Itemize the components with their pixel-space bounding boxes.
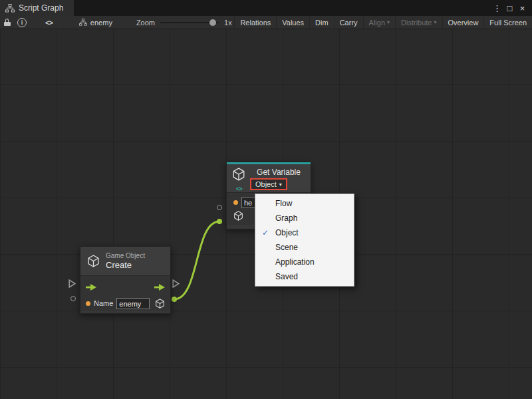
carry-label: Carry — [340, 19, 358, 27]
align-button[interactable]: Align ▾ — [363, 16, 395, 29]
menu-item-label: Saved — [275, 272, 298, 281]
lock-body — [4, 22, 11, 26]
tab-title: Script Graph — [19, 3, 63, 13]
menu-item-application[interactable]: Application — [255, 255, 354, 269]
graph-toolbar: i <> enemy Zoom 1x Relations — [0, 16, 532, 29]
align-label: Align — [369, 19, 385, 27]
relations-button[interactable]: Relations — [234, 16, 276, 29]
create-node-titles: Game Object Create — [106, 252, 145, 270]
variable-scope-dropdown[interactable]: Object ▾ — [251, 179, 287, 190]
zoom-value: 1x — [224, 19, 232, 27]
get-variable-header: <> Get Variable Object ▾ — [227, 164, 311, 192]
get-variable-titles: Get Variable Object ▾ — [249, 168, 308, 190]
node-title: Get Variable — [257, 168, 301, 177]
menu-item-label: Scene — [275, 243, 298, 252]
toolbar-buttons: Relations Values Dim Carry Align ▾ Distr… — [234, 16, 532, 29]
zoom-slider-handle[interactable] — [209, 19, 216, 26]
flow-in-arrow-icon[interactable] — [86, 284, 96, 291]
name-input[interactable]: enemy — [116, 298, 150, 309]
chevron-down-icon: ▾ — [387, 19, 390, 25]
graph-name: enemy — [90, 19, 112, 27]
flow-output-port[interactable] — [172, 279, 180, 288]
variable-name-port[interactable] — [217, 205, 222, 210]
flow-port-row — [86, 279, 165, 295]
cube-icon — [155, 299, 165, 309]
script-graph-window: Script Graph ⋮ □ × i <> enemy — [0, 0, 532, 399]
distribute-button[interactable]: Distribute ▾ — [395, 16, 442, 29]
info-icon[interactable]: i — [17, 18, 27, 27]
lock-icon[interactable] — [4, 19, 11, 27]
check-icon: ✓ — [255, 228, 275, 237]
menu-item-graph[interactable]: Graph — [255, 211, 354, 225]
menu-item-label: Object — [275, 228, 299, 237]
close-icon[interactable]: × — [517, 2, 528, 14]
window-menu-icon[interactable]: ⋮ — [491, 2, 503, 14]
cube-icon: <> — [232, 168, 249, 190]
title-bar: Script Graph ⋮ □ × — [0, 0, 532, 16]
scope-value: Object — [255, 180, 277, 188]
flow-out-arrow-icon[interactable] — [154, 284, 165, 291]
cube-icon — [87, 255, 100, 267]
window-controls: ⋮ □ × — [491, 2, 532, 14]
code-icon[interactable]: <> — [45, 19, 53, 27]
maximize-icon[interactable]: □ — [504, 2, 515, 14]
node-title: Create — [106, 260, 145, 270]
value-port-dot[interactable] — [233, 200, 238, 205]
script-graph-icon — [5, 4, 15, 13]
code-icon: <> — [236, 186, 242, 192]
node-subtitle: Game Object — [106, 252, 145, 259]
full-screen-button[interactable]: Full Screen — [483, 16, 532, 29]
create-game-object-node[interactable]: Game Object Create Name — [80, 246, 171, 314]
menu-item-object[interactable]: ✓ Object — [255, 225, 354, 240]
dim-label: Dim — [315, 19, 329, 27]
full-screen-label: Full Screen — [489, 19, 527, 27]
distribute-label: Distribute — [401, 19, 432, 27]
cube-icon — [233, 211, 243, 221]
graph-canvas[interactable]: <> Get Variable Object ▾ he — [0, 29, 532, 399]
zoom-slider[interactable] — [160, 19, 219, 27]
menu-item-label: Application — [275, 257, 315, 267]
create-node-header: Game Object Create — [80, 247, 170, 276]
flow-input-port[interactable] — [68, 279, 76, 288]
scope-menu: Flow Graph ✓ Object Scene Application Sa… — [255, 194, 354, 287]
overview-button[interactable]: Overview — [442, 16, 484, 29]
name-input-port[interactable] — [70, 296, 76, 301]
menu-item-flow[interactable]: Flow — [255, 196, 354, 211]
breadcrumb[interactable]: enemy — [79, 19, 112, 27]
values-button[interactable]: Values — [276, 16, 309, 29]
relations-label: Relations — [240, 19, 271, 27]
create-node-body: Name enemy — [80, 276, 170, 311]
graph-asset-icon — [79, 19, 87, 26]
overview-label: Overview — [448, 19, 479, 27]
dim-button[interactable]: Dim — [309, 16, 334, 29]
chevron-down-icon: ▾ — [279, 182, 282, 188]
menu-item-label: Graph — [275, 213, 297, 223]
value-port-dot[interactable] — [86, 301, 90, 306]
menu-item-saved[interactable]: Saved — [255, 269, 354, 284]
name-port-row: Name enemy — [86, 295, 165, 311]
name-port-label: Name — [94, 299, 113, 307]
zoom-label: Zoom — [136, 19, 155, 27]
chevron-down-icon: ▾ — [434, 19, 437, 25]
tab-script-graph[interactable]: Script Graph — [0, 0, 74, 16]
menu-item-label: Flow — [275, 199, 292, 208]
values-label: Values — [282, 19, 304, 27]
carry-button[interactable]: Carry — [334, 16, 363, 29]
menu-item-scene[interactable]: Scene — [255, 240, 354, 255]
